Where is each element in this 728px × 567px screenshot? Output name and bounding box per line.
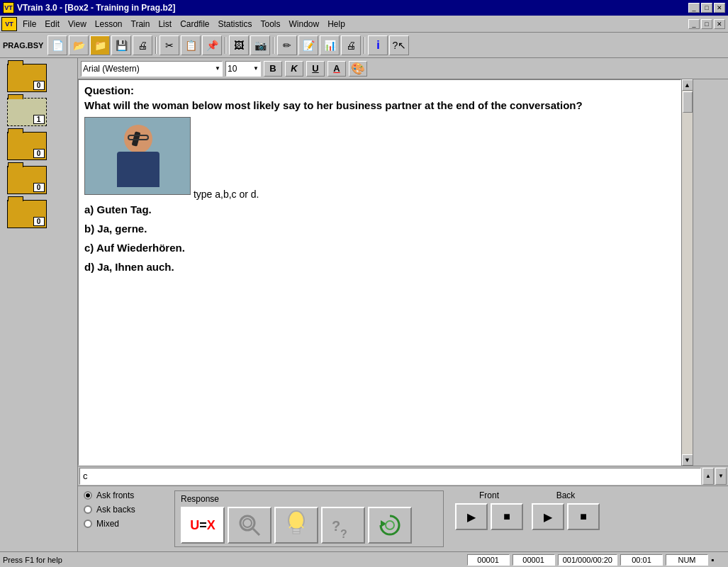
title-bar: VT VTrain 3.0 - [Box2 - Training in Prag… <box>0 0 728 16</box>
scroll-track[interactable] <box>682 91 693 454</box>
box-count-4: 0 <box>33 183 45 192</box>
box-item-1[interactable]: 0 <box>7 64 71 95</box>
option-a: a) Guten Tag. <box>84 200 675 219</box>
radio-ask-backs[interactable]: Ask backs <box>84 505 169 515</box>
box-item-3[interactable]: 0 <box>7 132 71 163</box>
menu-cardfile[interactable]: Cardfile <box>176 18 213 30</box>
bulb-button[interactable] <box>274 507 318 544</box>
underline-button[interactable]: U <box>306 61 325 77</box>
svg-rect-5 <box>293 532 300 534</box>
radio-ask-fronts[interactable]: Ask fronts <box>84 490 169 500</box>
box-icon-5[interactable]: 0 <box>7 200 50 231</box>
box-icon-4[interactable]: 0 <box>7 166 50 197</box>
front-play-button[interactable]: ▶ <box>455 503 488 530</box>
menu-bar-controls[interactable]: _ □ ✕ <box>688 19 725 29</box>
menu-help[interactable]: Help <box>323 18 349 30</box>
toolbar-info-button[interactable]: i <box>368 35 388 55</box>
box-icon-2[interactable]: 1 <box>7 98 50 129</box>
refresh-button[interactable] <box>368 507 412 544</box>
radio-mixed-circle[interactable] <box>84 520 92 528</box>
menu-tools[interactable]: Tools <box>257 18 285 30</box>
option-c: c) Auf Wiederhören. <box>84 238 675 257</box>
front-buttons: ▶ ■ <box>455 503 523 530</box>
menu-list[interactable]: List <box>154 18 176 30</box>
radio-ask-fronts-circle[interactable] <box>84 491 92 500</box>
font-size: 10 <box>228 64 237 74</box>
main-area: 0 1 0 0 <box>0 58 728 551</box>
size-select[interactable]: 10 ▼ <box>225 61 261 77</box>
svg-line-1 <box>253 529 259 535</box>
box-item-4[interactable]: 0 <box>7 166 71 197</box>
status-bar: Press F1 for help 00001 00001 001/000/00… <box>0 551 728 567</box>
status-field-2: 00001 <box>513 554 555 566</box>
question-button[interactable]: ? ? <box>321 507 365 544</box>
menu-train[interactable]: Train <box>127 18 155 30</box>
toolbar-table-button[interactable]: 📊 <box>320 35 340 55</box>
box-item-5[interactable]: 0 <box>7 200 71 231</box>
title-bar-controls[interactable]: _ □ ✕ <box>688 3 725 13</box>
menu-edit[interactable]: Edit <box>40 18 64 30</box>
option-b: b) Ja, gerne. <box>84 219 675 238</box>
ux-button[interactable]: U=X <box>181 507 225 544</box>
toolbar-save-button[interactable]: 💾 <box>111 35 131 55</box>
box-icon-3[interactable]: 0 <box>7 132 50 163</box>
person-image <box>84 117 191 195</box>
box-item-2[interactable]: 1 <box>7 98 71 129</box>
menu-statistics[interactable]: Statistics <box>213 18 256 30</box>
scroll-down-button[interactable]: ▼ <box>682 454 693 466</box>
toolbar-print2-button[interactable]: 🖨 <box>341 35 361 55</box>
menu-file[interactable]: File <box>18 18 40 30</box>
menu-view[interactable]: View <box>64 18 91 30</box>
toolbar-camera-button[interactable]: 📷 <box>250 35 270 55</box>
status-field-5: NUM <box>666 554 708 566</box>
toolbar-paste-button[interactable]: 📌 <box>202 35 222 55</box>
box-count-2: 1 <box>33 115 45 124</box>
maximize-button[interactable]: □ <box>701 3 712 13</box>
italic-button[interactable]: K <box>285 61 303 77</box>
toolbar-copy-button[interactable]: 📋 <box>181 35 201 55</box>
controls-row: Ask fronts Ask backs Mixed Response <box>84 490 722 547</box>
box-icon-1[interactable]: 0 <box>7 64 50 95</box>
scroll-up-button[interactable]: ▲ <box>682 79 693 91</box>
radio-ask-fronts-label: Ask fronts <box>96 490 134 500</box>
toolbar-help-button[interactable]: ?↖ <box>389 35 409 55</box>
answer-input[interactable] <box>79 468 701 485</box>
scroll-thumb[interactable] <box>683 91 693 113</box>
toolbar-print-button[interactable]: 🖨 <box>133 35 152 55</box>
toolbar-cut-button[interactable]: ✂ <box>159 35 179 55</box>
menu-window[interactable]: Window <box>285 18 324 30</box>
bold-button[interactable]: B <box>264 61 282 77</box>
close-button[interactable]: ✕ <box>714 3 725 13</box>
front-stop-button[interactable]: ■ <box>491 503 523 530</box>
menu-restore-button[interactable]: □ <box>701 19 712 29</box>
back-stop-button[interactable]: ■ <box>567 503 600 530</box>
back-play-button[interactable]: ▶ <box>532 503 564 530</box>
font-extra-button[interactable]: 🎨 <box>349 61 367 77</box>
radio-mixed[interactable]: Mixed <box>84 519 169 529</box>
back-section: Back ▶ ■ <box>532 490 600 530</box>
minimize-button[interactable]: _ <box>688 3 700 13</box>
toolbar-open-button[interactable]: 📂 <box>69 35 89 55</box>
menu-minimize-button[interactable]: _ <box>688 19 700 29</box>
menu-close-button[interactable]: ✕ <box>714 19 725 29</box>
magnify-button[interactable] <box>228 507 271 544</box>
box-count-5: 0 <box>33 217 45 226</box>
svg-text:?: ? <box>340 528 347 539</box>
toolbar-image-button[interactable]: 🖼 <box>229 35 249 55</box>
toolbar-folder-button[interactable]: 📁 <box>90 35 110 55</box>
font-color-button[interactable]: A <box>327 61 346 77</box>
back-label: Back <box>556 490 576 500</box>
toolbar-new-button[interactable]: 📄 <box>47 35 67 55</box>
answer-scroll-up[interactable]: ▲ <box>702 468 714 485</box>
answer-scroll-down[interactable]: ▼ <box>715 468 727 485</box>
toolbar-edit-button[interactable]: ✏ <box>277 35 297 55</box>
sidebar: 0 1 0 0 <box>0 58 78 551</box>
toolbar-edit2-button[interactable]: 📝 <box>298 35 318 55</box>
radio-ask-backs-circle[interactable] <box>84 505 92 514</box>
font-select[interactable]: Arial (Western) ▼ <box>81 61 223 77</box>
bulb-icon <box>284 510 309 540</box>
box-count-3: 0 <box>33 149 45 158</box>
status-field-4: 00:01 <box>620 554 663 566</box>
bottom-controls: Ask fronts Ask backs Mixed Response <box>78 485 728 551</box>
menu-lesson[interactable]: Lesson <box>91 18 127 30</box>
